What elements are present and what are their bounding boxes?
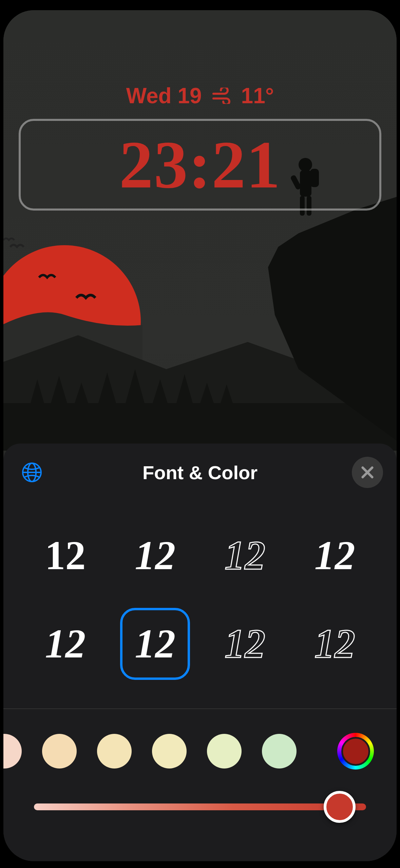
font-option-2[interactable]: 12 xyxy=(200,511,290,600)
color-swatch-4[interactable] xyxy=(207,734,242,768)
weather-temp: 11° xyxy=(241,83,274,108)
device-frame: Wed 19 11° 23:21 Font & Color xyxy=(3,10,397,861)
color-swatch-0[interactable] xyxy=(3,734,22,768)
font-options-grid: 12 12 12 12 12 12 12 12 xyxy=(3,501,397,708)
font-option-1[interactable]: 12 xyxy=(110,511,200,600)
panel-header: Font & Color xyxy=(3,444,397,501)
close-button[interactable] xyxy=(352,457,383,488)
clock-display[interactable]: 23:21 xyxy=(19,119,381,211)
color-swatch-5[interactable] xyxy=(262,734,297,768)
intensity-slider[interactable] xyxy=(3,783,397,810)
custom-color-preview xyxy=(341,737,370,766)
date-label: Wed 19 xyxy=(126,83,202,108)
font-option-4[interactable]: 12 xyxy=(20,600,110,688)
font-option-6[interactable]: 12 xyxy=(200,600,290,688)
font-option-0[interactable]: 12 xyxy=(20,511,110,600)
wind-icon xyxy=(211,88,232,104)
color-swatch-3[interactable] xyxy=(152,734,187,768)
font-option-5[interactable]: 12 xyxy=(110,600,200,688)
color-swatch-row[interactable] xyxy=(3,709,397,783)
globe-button[interactable] xyxy=(20,460,44,485)
color-swatch-2[interactable] xyxy=(97,734,132,768)
font-option-7[interactable]: 12 xyxy=(290,600,380,688)
clock-time: 23:21 xyxy=(119,131,281,199)
custom-color-picker[interactable] xyxy=(337,733,374,770)
date-weather-row[interactable]: Wed 19 11° xyxy=(3,83,397,108)
panel-title: Font & Color xyxy=(142,462,258,484)
font-color-panel: Font & Color 12 12 12 12 12 12 12 12 xyxy=(3,444,397,861)
color-swatch-1[interactable] xyxy=(42,734,77,768)
font-option-3[interactable]: 12 xyxy=(290,511,380,600)
slider-track xyxy=(34,803,366,810)
slider-thumb[interactable] xyxy=(324,791,356,823)
